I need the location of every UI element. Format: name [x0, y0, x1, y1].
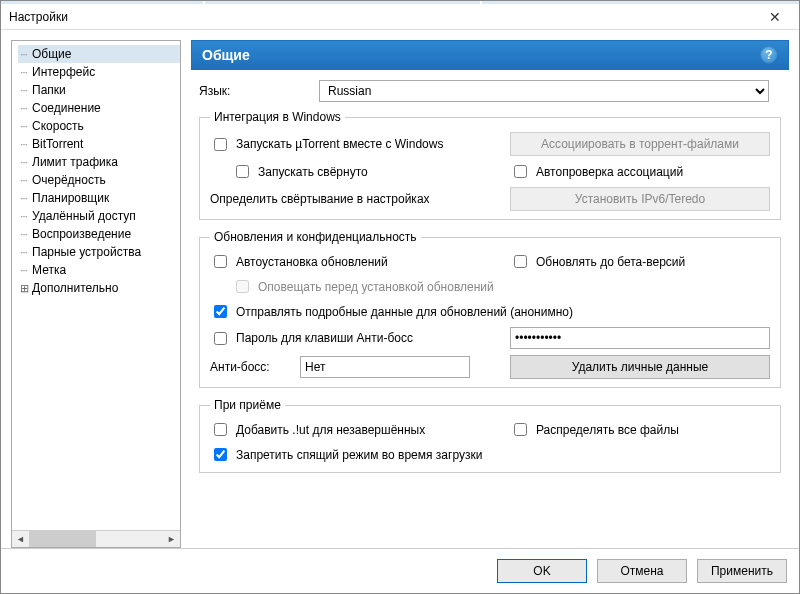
tree-node-icon: ····	[20, 229, 27, 240]
beta-versions-checkbox[interactable]: Обновлять до бета-версий	[510, 252, 770, 271]
tree-node-icon: ····	[20, 193, 27, 204]
group-legend: Интеграция в Windows	[210, 110, 345, 124]
add-ut-checkbox[interactable]: Добавить .!ut для незавершённых	[210, 420, 496, 439]
tree-node-icon: ····	[20, 175, 27, 186]
tree-node-icon: ····	[20, 265, 27, 276]
language-select[interactable]: Russian	[319, 80, 769, 102]
tree-item[interactable]: ····Лимит трафика	[18, 153, 180, 171]
apply-button[interactable]: Применить	[697, 559, 787, 583]
tree-item-label: Лимит трафика	[32, 155, 118, 169]
tree-item-label: Удалённый доступ	[32, 209, 136, 223]
tree-node-icon: ····	[20, 49, 27, 60]
tree-item[interactable]: Дополнительно	[18, 279, 180, 297]
group-on-receive: При приёме Добавить .!ut для незавершённ…	[199, 398, 781, 473]
tree-item[interactable]: ····Планировщик	[18, 189, 180, 207]
no-sleep-checkbox[interactable]: Запретить спящий режим во время загрузки	[210, 445, 770, 464]
scroll-left-button[interactable]: ◄	[12, 531, 29, 547]
tree-item-label: Общие	[32, 47, 71, 61]
panel-body: Язык: Russian Интеграция в Windows Запус…	[191, 70, 789, 548]
anti-boss-label: Анти-босс:	[210, 360, 290, 374]
minimize-hint-text: Определить свёртывание в настройках	[210, 192, 496, 206]
tree-item[interactable]: ····Интерфейс	[18, 63, 180, 81]
tree-item-label: Соединение	[32, 101, 101, 115]
auto-install-checkbox[interactable]: Автоустановка обновлений	[210, 252, 496, 271]
scroll-track[interactable]	[29, 531, 163, 547]
install-ipv6-button[interactable]: Установить IPv6/Teredo	[510, 187, 770, 211]
tree-node-icon: ····	[20, 121, 27, 132]
dialog-footer: OK Отмена Применить	[1, 548, 799, 593]
window-title: Настройки	[9, 10, 68, 24]
panel-title: Общие	[202, 47, 250, 63]
group-windows-integration: Интеграция в Windows Запускать µTorrent …	[199, 110, 781, 220]
category-tree[interactable]: ····Общие····Интерфейс····Папки····Соеди…	[12, 41, 180, 530]
scroll-right-button[interactable]: ►	[163, 531, 180, 547]
category-tree-panel: ····Общие····Интерфейс····Папки····Соеди…	[11, 40, 181, 548]
preallocate-checkbox[interactable]: Распределять все файлы	[510, 420, 770, 439]
start-minimized-checkbox[interactable]: Запускать свёрнуто	[232, 162, 496, 181]
tree-node-icon: ····	[20, 139, 27, 150]
boss-password-checkbox[interactable]: Пароль для клавиши Анти-босс	[210, 329, 496, 348]
tree-node-icon: ····	[20, 211, 27, 222]
tree-item[interactable]: ····Соединение	[18, 99, 180, 117]
tree-item-label: Скорость	[32, 119, 84, 133]
tree-item-label: Очерёдность	[32, 173, 106, 187]
tree-item[interactable]: ····Скорость	[18, 117, 180, 135]
close-icon: ✕	[769, 9, 781, 25]
tree-item-label: Планировщик	[32, 191, 109, 205]
boss-password-field[interactable]	[510, 327, 770, 349]
scroll-thumb[interactable]	[29, 531, 96, 547]
expand-icon	[20, 282, 28, 295]
group-legend: Обновления и конфиденциальность	[210, 230, 421, 244]
tree-node-icon: ····	[20, 67, 27, 78]
tree-item[interactable]: ····BitTorrent	[18, 135, 180, 153]
close-button[interactable]: ✕	[753, 5, 797, 29]
tree-node-icon: ····	[20, 157, 27, 168]
tree-node-icon: ····	[20, 103, 27, 114]
tree-item-label: Папки	[32, 83, 66, 97]
tree-horizontal-scrollbar[interactable]: ◄ ►	[12, 530, 180, 547]
tree-item-label: Метка	[32, 263, 66, 277]
associate-torrents-button[interactable]: Ассоциировать в торрент-файлами	[510, 132, 770, 156]
titlebar: Настройки ✕	[1, 4, 799, 30]
notify-before-checkbox: Оповещать перед установкой обновлений	[232, 277, 770, 296]
ok-button[interactable]: OK	[497, 559, 587, 583]
tree-item-label: Дополнительно	[32, 281, 118, 295]
help-button[interactable]: ?	[760, 46, 778, 64]
delete-personal-data-button[interactable]: Удалить личные данные	[510, 355, 770, 379]
tree-item-label: Парные устройства	[32, 245, 141, 259]
anti-boss-field[interactable]	[300, 356, 470, 378]
tree-node-icon: ····	[20, 247, 27, 258]
tree-item-label: Интерфейс	[32, 65, 95, 79]
help-icon: ?	[765, 48, 772, 62]
language-label: Язык:	[199, 84, 309, 98]
settings-window: Настройки ✕ ····Общие····Интерфейс····Па…	[0, 0, 800, 594]
group-updates-privacy: Обновления и конфиденциальность Автоуста…	[199, 230, 781, 388]
cancel-button[interactable]: Отмена	[597, 559, 687, 583]
tree-item-label: BitTorrent	[32, 137, 83, 151]
tree-item[interactable]: ····Метка	[18, 261, 180, 279]
tree-item-label: Воспроизведение	[32, 227, 131, 241]
send-detailed-checkbox[interactable]: Отправлять подробные данные для обновлен…	[210, 302, 770, 321]
tree-item[interactable]: ····Общие	[18, 45, 180, 63]
group-legend: При приёме	[210, 398, 285, 412]
tree-item[interactable]: ····Очерёдность	[18, 171, 180, 189]
start-with-windows-checkbox[interactable]: Запускать µTorrent вместе с Windows	[210, 135, 496, 154]
tree-item[interactable]: ····Парные устройства	[18, 243, 180, 261]
tree-item[interactable]: ····Удалённый доступ	[18, 207, 180, 225]
panel-header: Общие ?	[191, 40, 789, 70]
tree-node-icon: ····	[20, 85, 27, 96]
tree-item[interactable]: ····Папки	[18, 81, 180, 99]
tree-item[interactable]: ····Воспроизведение	[18, 225, 180, 243]
autocheck-assoc-checkbox[interactable]: Автопроверка ассоциаций	[510, 162, 770, 181]
